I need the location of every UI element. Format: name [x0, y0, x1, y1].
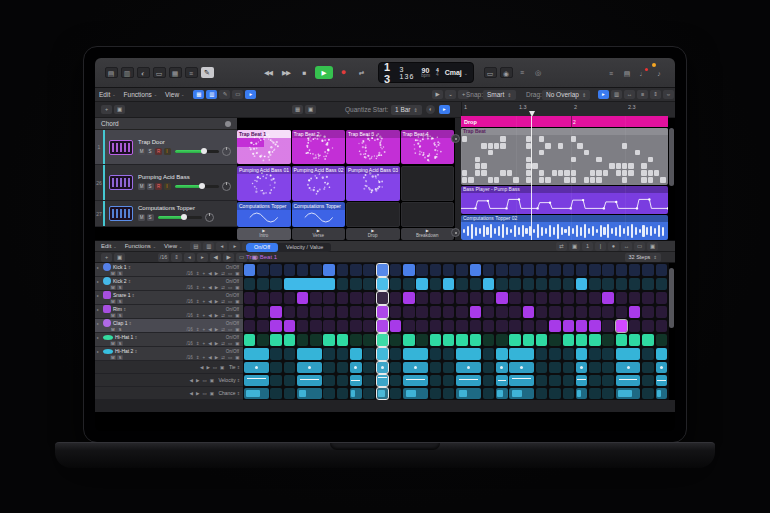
step-cell[interactable]	[257, 306, 268, 318]
chance-cell[interactable]	[297, 388, 322, 399]
step-cell[interactable]	[456, 348, 481, 360]
step-cell[interactable]	[323, 306, 334, 318]
row-division-stepper-icon[interactable]: ⇕	[196, 313, 200, 318]
disclosure-icon[interactable]: ▸	[97, 321, 101, 326]
step-cell[interactable]	[656, 320, 667, 332]
chance-cell[interactable]	[509, 388, 534, 399]
tie-cell[interactable]	[589, 362, 600, 373]
row-add-icon[interactable]: +	[203, 355, 206, 360]
row-m-button[interactable]: M	[110, 313, 116, 319]
toolbar-icon[interactable]: ▭	[153, 67, 166, 78]
track-i-button[interactable]: I	[164, 148, 171, 155]
chance-cell[interactable]	[642, 388, 653, 399]
row-rotate-right-icon[interactable]: ▶	[215, 341, 218, 346]
lcd-key[interactable]: Cmaj	[445, 69, 462, 76]
step-cell[interactable]	[403, 264, 414, 276]
step-cell[interactable]	[656, 264, 667, 276]
subrow-rotate-right-icon[interactable]: ▶	[196, 391, 199, 396]
tie-cell[interactable]	[363, 362, 374, 373]
step-cell[interactable]	[496, 264, 507, 276]
step-cell[interactable]	[416, 264, 427, 276]
row-s-button[interactable]: S	[117, 285, 123, 291]
track-i-button[interactable]: I	[164, 183, 171, 190]
overlap-view-icon[interactable]: ▥	[611, 90, 622, 99]
row-rotate-right-icon[interactable]: ▶	[215, 327, 218, 332]
quick-help-icon[interactable]: ◐	[137, 67, 150, 78]
collaborate-icon[interactable]: ◎	[532, 67, 545, 78]
sequencer-row-header[interactable]: ▸Clap 1⇕On/OffMS/16⇕+◀▶⇄▭▣	[95, 319, 243, 333]
tie-cell[interactable]	[549, 362, 560, 373]
step-cell[interactable]	[496, 320, 507, 332]
chance-cell[interactable]	[390, 388, 401, 399]
step-cell[interactable]	[337, 348, 348, 360]
row-edit-b-icon[interactable]: ▣	[235, 313, 239, 318]
step-cell[interactable]	[483, 348, 494, 360]
step-cell[interactable]	[483, 320, 494, 332]
scene-trigger[interactable]: ▶Intro	[237, 228, 291, 240]
tie-cell[interactable]	[403, 362, 428, 373]
scrollbar-sequencer[interactable]	[669, 268, 674, 328]
step-cell[interactable]	[602, 348, 613, 360]
step-cell[interactable]	[363, 278, 374, 290]
divider-icon[interactable]: |	[595, 242, 606, 251]
list-editors-icon[interactable]: ≡	[605, 68, 618, 79]
step-cell[interactable]	[270, 264, 281, 276]
pointer-tool-icon[interactable]: ▶	[432, 90, 443, 99]
step-cell[interactable]	[456, 306, 467, 318]
row-m-button[interactable]: M	[110, 341, 116, 347]
editors-icon[interactable]: ✎	[201, 67, 214, 78]
gear-icon[interactable]	[225, 121, 231, 127]
step-cell[interactable]	[403, 278, 414, 290]
step-cell[interactable]	[549, 264, 560, 276]
scene-trigger[interactable]: ▶Drop	[346, 228, 400, 240]
arrangement-marker[interactable]: Drop 2	[461, 116, 668, 127]
step-cell[interactable]	[323, 264, 334, 276]
step-cell[interactable]	[310, 334, 321, 346]
subrow-rotate-left-icon[interactable]: ◀	[189, 391, 192, 396]
velocity-cell[interactable]	[656, 375, 667, 386]
track-s-button[interactable]: S	[147, 183, 154, 190]
pan-knob[interactable]	[222, 147, 231, 156]
step-cell[interactable]	[284, 264, 295, 276]
sequencer-subrow-header[interactable]: ◀▶▭▣Chance⇕	[95, 387, 243, 400]
step-cell[interactable]	[576, 334, 587, 346]
tie-cell[interactable]	[284, 362, 295, 373]
loops-toggle-button[interactable]	[451, 134, 460, 143]
velocity-cell[interactable]	[244, 375, 269, 386]
rows-view-icon[interactable]: ▥	[206, 90, 217, 99]
midi-region[interactable]: Trap Beat	[461, 128, 668, 185]
menu-functions[interactable]: Functions⌄	[124, 91, 158, 98]
tie-cell[interactable]	[642, 362, 653, 373]
step-cell[interactable]	[523, 334, 534, 346]
row-edit-a-icon[interactable]: ▭	[228, 313, 232, 318]
step-cell[interactable]	[483, 334, 494, 346]
disclosure-icon[interactable]: ▸	[97, 307, 101, 312]
step-cell[interactable]	[430, 264, 441, 276]
step-cell[interactable]	[523, 264, 534, 276]
step-cell[interactable]	[430, 320, 441, 332]
step-cell[interactable]	[536, 334, 547, 346]
step-cell[interactable]	[602, 264, 613, 276]
tie-cell[interactable]	[443, 362, 454, 373]
velocity-cell[interactable]	[549, 375, 560, 386]
row-division-stepper-icon[interactable]: ⇕	[196, 341, 200, 346]
step-cell[interactable]	[589, 320, 600, 332]
step-cell[interactable]	[337, 320, 348, 332]
step-cell[interactable]	[642, 320, 653, 332]
step-cell[interactable]	[656, 306, 667, 318]
step-cell[interactable]	[430, 292, 441, 304]
step-cell[interactable]	[297, 320, 308, 332]
step-cell[interactable]	[470, 264, 481, 276]
velocity-cell[interactable]	[363, 375, 374, 386]
row-s-button[interactable]: S	[117, 271, 123, 277]
snap-menu[interactable]: Smart⇕	[483, 90, 516, 100]
step-cell[interactable]	[536, 292, 547, 304]
row-edit-b-icon[interactable]: ▣	[235, 299, 239, 304]
step-cell[interactable]	[509, 264, 520, 276]
step-cell[interactable]	[509, 278, 520, 290]
playhead-line[interactable]	[531, 116, 532, 240]
row-edit-a-icon[interactable]: ▭	[228, 341, 232, 346]
step-cell[interactable]	[523, 320, 534, 332]
step-cell[interactable]	[430, 334, 441, 346]
step-cell[interactable]	[350, 348, 361, 360]
